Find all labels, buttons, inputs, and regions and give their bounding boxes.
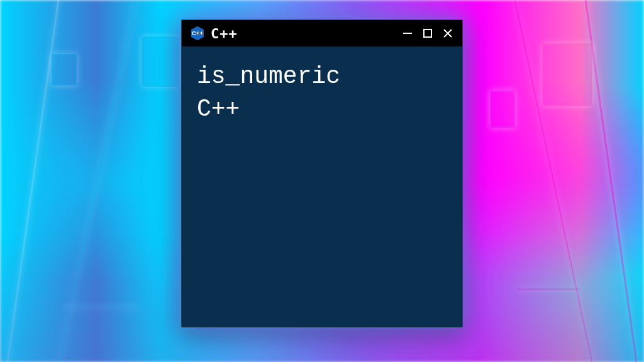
terminal-window: C++ C++ is_numeric C [181,19,463,327]
maximize-button[interactable] [421,26,435,40]
window-title: C++ [211,26,396,41]
terminal-content: is_numeric C++ [182,47,462,139]
window-controls [401,26,455,40]
minimize-button[interactable] [401,26,414,40]
svg-text:C++: C++ [192,30,204,37]
content-line-2: C++ [197,93,447,125]
content-line-1: is_numeric [197,60,447,92]
svg-rect-3 [424,30,431,37]
cpp-icon: C++ [189,25,206,41]
titlebar[interactable]: C++ C++ [182,20,462,47]
close-button[interactable] [441,26,455,40]
